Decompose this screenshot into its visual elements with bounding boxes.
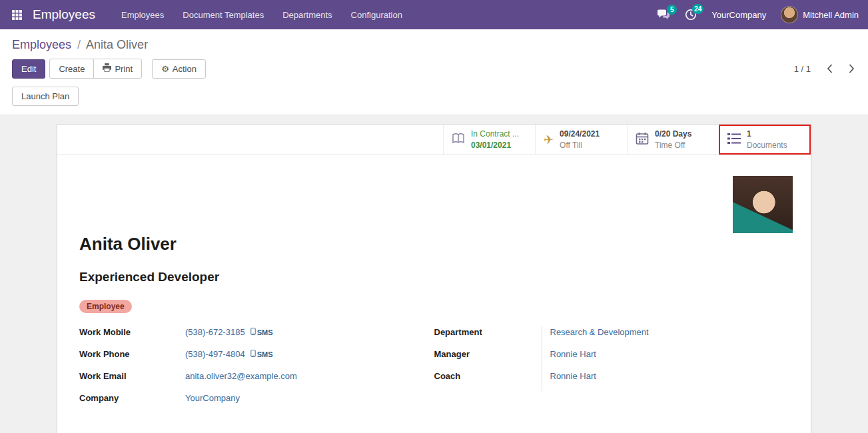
app-menu: Employees Document Templates Departments… <box>113 1 411 29</box>
menu-departments[interactable]: Departments <box>274 1 340 29</box>
employee-photo <box>733 176 793 233</box>
employee-tag: Employee <box>79 300 132 313</box>
breadcrumb: Employees / Anita Oliver <box>0 29 868 55</box>
printer-icon <box>103 63 111 74</box>
work-mobile-label: Work Mobile <box>79 326 185 337</box>
plane-icon: ✈ <box>543 132 554 147</box>
action-label: Action <box>173 64 197 74</box>
pager-next-icon[interactable] <box>847 63 856 75</box>
contract-book-icon <box>452 133 465 147</box>
user-menu[interactable]: Mitchell Admin <box>781 6 859 23</box>
documents-list-icon <box>727 133 741 147</box>
employee-job-title: Experienced Developer <box>79 270 789 284</box>
field-work-mobile: Work Mobile (538)-672-3185 SMS <box>79 326 434 348</box>
work-phone-sms-button[interactable]: SMS <box>250 349 273 359</box>
mobile-phone-icon <box>250 327 256 337</box>
company-label: Company <box>79 392 185 403</box>
work-email-value[interactable]: anita.oliver32@example.com <box>185 371 297 381</box>
app-name[interactable]: Employees <box>33 7 95 22</box>
employee-name: Anita Oliver <box>79 234 789 254</box>
gear-icon: ⚙ <box>161 65 169 73</box>
print-label: Print <box>115 64 133 74</box>
form-view-background: In Contract ... 03/01/2021 ✈ 09/24/2021 … <box>0 115 868 433</box>
stat-button-time-off[interactable]: 0/20 Days Time Off <box>627 125 719 155</box>
stat-button-row: In Contract ... 03/01/2021 ✈ 09/24/2021 … <box>57 125 811 155</box>
mobile-phone-icon <box>250 349 256 359</box>
menu-employees[interactable]: Employees <box>113 1 173 29</box>
sms-label: SMS <box>257 350 273 358</box>
field-work-email: Work Email anita.oliver32@example.com <box>79 370 434 392</box>
launch-plan-button[interactable]: Launch Plan <box>12 87 79 106</box>
control-panel: Employees / Anita Oliver Edit Create Pri… <box>0 29 868 115</box>
manager-value[interactable]: Ronnie Hart <box>550 349 596 359</box>
user-name: Mitchell Admin <box>803 10 859 20</box>
calendar-icon <box>636 132 649 148</box>
pager-value: 1 / 1 <box>794 64 811 74</box>
off-till-date: 09/24/2021 <box>560 129 600 139</box>
employee-form-sheet: In Contract ... 03/01/2021 ✈ 09/24/2021 … <box>57 124 811 433</box>
work-email-label: Work Email <box>79 370 185 381</box>
field-department: Department Research & Development <box>434 326 789 348</box>
field-company: Company YourCompany <box>79 392 434 414</box>
pager-previous-icon[interactable] <box>825 63 834 75</box>
breadcrumb-parent[interactable]: Employees <box>12 38 71 51</box>
apps-grid-icon[interactable] <box>8 6 26 24</box>
manager-label: Manager <box>434 348 542 359</box>
menu-document-templates[interactable]: Document Templates <box>174 1 272 29</box>
off-till-label: Off Till <box>560 140 600 151</box>
field-coach: Coach Ronnie Hart <box>434 370 789 392</box>
work-mobile-sms-button[interactable]: SMS <box>250 327 273 337</box>
stat-button-off-till[interactable]: ✈ 09/24/2021 Off Till <box>535 125 627 155</box>
work-phone-value[interactable]: (538)-497-4804 <box>185 349 245 359</box>
breadcrumb-separator: / <box>77 38 81 51</box>
company-value[interactable]: YourCompany <box>185 393 240 403</box>
stat-button-documents[interactable]: 1 Documents <box>719 125 811 155</box>
top-navbar: Employees Employees Document Templates D… <box>0 0 868 29</box>
work-mobile-value[interactable]: (538)-672-3185 <box>185 327 245 337</box>
user-avatar <box>781 6 798 23</box>
menu-configuration[interactable]: Configuration <box>342 1 411 29</box>
field-work-phone: Work Phone (538)-497-4804 SMS <box>79 348 434 370</box>
create-button[interactable]: Create <box>49 59 94 79</box>
print-button[interactable]: Print <box>93 59 142 79</box>
employee-field-group: Work Mobile (538)-672-3185 SMS Work Phon… <box>79 326 789 414</box>
activities-clock-icon[interactable]: 24 <box>685 9 697 21</box>
company-switcher[interactable]: YourCompany <box>711 10 766 20</box>
pager: 1 / 1 <box>794 63 856 75</box>
work-phone-label: Work Phone <box>79 348 185 359</box>
coach-label: Coach <box>434 370 542 381</box>
sms-label: SMS <box>257 328 273 336</box>
messages-badge: 5 <box>667 5 677 15</box>
edit-button[interactable]: Edit <box>12 59 45 79</box>
contract-date: 03/01/2021 <box>471 140 519 151</box>
documents-count: 1 <box>747 129 787 139</box>
stat-button-contract[interactable]: In Contract ... 03/01/2021 <box>443 125 535 155</box>
department-value[interactable]: Research & Development <box>550 327 649 337</box>
action-button[interactable]: ⚙ Action <box>152 59 206 79</box>
department-label: Department <box>434 326 542 337</box>
time-off-days: 0/20 Days <box>655 129 691 139</box>
activities-badge: 24 <box>692 4 703 14</box>
messages-icon[interactable]: 5 <box>657 9 670 21</box>
coach-value[interactable]: Ronnie Hart <box>550 371 596 381</box>
breadcrumb-current: Anita Oliver <box>86 38 148 51</box>
time-off-label: Time Off <box>655 140 691 151</box>
documents-label: Documents <box>747 140 787 151</box>
contract-status: In Contract ... <box>471 129 519 139</box>
field-manager: Manager Ronnie Hart <box>434 348 789 370</box>
